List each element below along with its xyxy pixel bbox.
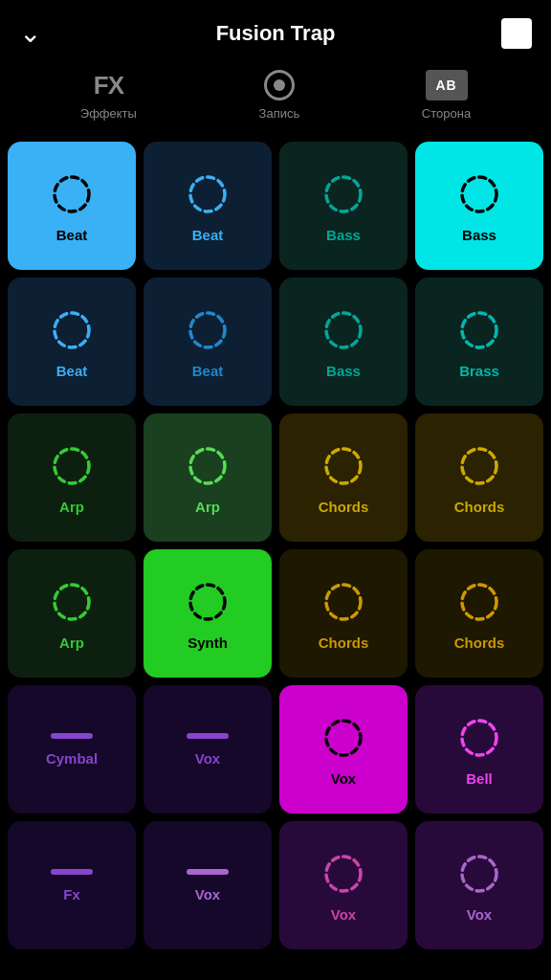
pad-label: Vox xyxy=(195,750,220,767)
dashed-circle-icon xyxy=(183,305,232,355)
dashed-circle-icon xyxy=(183,577,232,627)
svg-point-13 xyxy=(190,585,225,619)
pad-label: Beat xyxy=(56,227,88,243)
dashed-circle-icon xyxy=(47,169,97,219)
pad-label: Chords xyxy=(454,635,505,651)
dash-line-icon xyxy=(187,869,229,875)
pad-grid: BeatBeatBassBassBeatBeatBassBrassArpArpC… xyxy=(0,138,551,957)
svg-point-9 xyxy=(190,449,225,483)
dashed-circle-icon xyxy=(319,169,368,219)
dash-line-icon xyxy=(51,733,93,739)
pad-17[interactable]: Cymbal xyxy=(8,685,136,813)
pad-label: Chords xyxy=(319,499,369,515)
svg-point-15 xyxy=(462,585,496,619)
svg-point-18 xyxy=(326,857,361,891)
dash-line-icon xyxy=(51,869,93,875)
pad-12[interactable]: Chords xyxy=(415,413,543,542)
pad-14[interactable]: Synth xyxy=(143,549,272,678)
dashed-circle-icon xyxy=(319,577,368,627)
pad-label: Beat xyxy=(192,363,224,379)
pad-label: Bell xyxy=(466,770,493,787)
pad-label: Beat xyxy=(56,363,88,379)
pad-18[interactable]: Vox xyxy=(143,685,272,813)
pad-label: Arp xyxy=(195,499,220,515)
svg-point-1 xyxy=(190,177,225,212)
ab-label: Сторона xyxy=(422,106,471,121)
svg-point-2 xyxy=(326,177,361,212)
svg-point-4 xyxy=(55,313,89,347)
pad-6[interactable]: Beat xyxy=(143,278,272,406)
pad-16[interactable]: Chords xyxy=(415,549,543,678)
chevron-down-icon[interactable]: ⌄ xyxy=(19,17,41,49)
pad-1[interactable]: Beat xyxy=(8,142,136,270)
svg-point-3 xyxy=(462,177,496,212)
dashed-circle-icon xyxy=(319,305,368,355)
ab-icon: AB xyxy=(426,70,468,100)
pad-22[interactable]: Vox xyxy=(143,821,272,949)
svg-point-11 xyxy=(462,449,496,483)
pad-13[interactable]: Arp xyxy=(8,549,136,678)
dashed-circle-icon xyxy=(47,577,97,627)
pad-10[interactable]: Arp xyxy=(143,413,272,542)
pad-8[interactable]: Brass xyxy=(415,278,543,406)
dashed-circle-icon xyxy=(454,577,504,627)
svg-point-16 xyxy=(326,721,361,755)
record-label: Запись xyxy=(259,106,300,121)
pad-21[interactable]: Fx xyxy=(8,821,136,949)
pad-label: Beat xyxy=(192,227,224,243)
record-button[interactable]: Запись xyxy=(259,70,300,121)
pad-label: Cymbal xyxy=(46,750,98,767)
record-icon xyxy=(264,70,295,100)
fx-icon: FX xyxy=(94,71,123,100)
dashed-circle-icon xyxy=(319,713,368,763)
svg-point-10 xyxy=(326,449,361,483)
dashed-circle-icon xyxy=(454,305,504,355)
pad-24[interactable]: Vox xyxy=(415,821,543,949)
pad-23[interactable]: Vox xyxy=(279,821,408,949)
dashed-circle-icon xyxy=(454,849,504,899)
svg-point-14 xyxy=(326,585,361,619)
pad-label: Chords xyxy=(454,499,505,515)
ab-button[interactable]: AB Сторона xyxy=(422,70,471,121)
dashed-circle-icon xyxy=(319,441,368,491)
pad-label: Bass xyxy=(326,363,361,379)
pad-label: Fx xyxy=(63,886,80,902)
fx-button[interactable]: FX Эффекты xyxy=(80,71,137,121)
pad-2[interactable]: Beat xyxy=(143,142,272,270)
page-title: Fusion Trap xyxy=(216,21,336,46)
dashed-circle-icon xyxy=(183,169,232,219)
dash-line-icon xyxy=(187,733,229,739)
pad-label: Synth xyxy=(187,635,228,651)
pad-19[interactable]: Vox xyxy=(279,685,408,813)
pad-label: Vox xyxy=(331,906,356,923)
pad-20[interactable]: Bell xyxy=(415,685,543,813)
pad-11[interactable]: Chords xyxy=(279,413,408,542)
dashed-circle-icon xyxy=(454,441,504,491)
pad-label: Chords xyxy=(319,635,369,651)
pad-4[interactable]: Bass xyxy=(415,142,543,270)
toolbar: FX Эффекты Запись AB Сторона xyxy=(0,60,551,138)
pad-label: Vox xyxy=(195,886,220,902)
dashed-circle-icon xyxy=(183,441,232,491)
svg-point-8 xyxy=(55,449,89,483)
header: ⌄ Fusion Trap xyxy=(0,0,551,60)
pad-label: Bass xyxy=(462,227,496,243)
svg-point-7 xyxy=(462,313,496,347)
pad-label: Bass xyxy=(326,227,361,243)
dashed-circle-icon xyxy=(454,169,504,219)
white-square-button[interactable] xyxy=(501,18,532,49)
svg-point-5 xyxy=(190,313,225,347)
pad-label: Arp xyxy=(59,499,84,515)
svg-point-12 xyxy=(55,585,89,619)
pad-5[interactable]: Beat xyxy=(8,278,136,406)
pad-label: Brass xyxy=(459,363,499,379)
fx-label: Эффекты xyxy=(80,106,137,121)
pad-3[interactable]: Bass xyxy=(279,142,408,270)
pad-7[interactable]: Bass xyxy=(279,278,408,406)
pad-label: Arp xyxy=(59,635,84,651)
pad-9[interactable]: Arp xyxy=(8,413,136,542)
dashed-circle-icon xyxy=(47,441,97,491)
pad-15[interactable]: Chords xyxy=(279,549,408,678)
svg-point-6 xyxy=(326,313,361,347)
dashed-circle-icon xyxy=(47,305,97,355)
